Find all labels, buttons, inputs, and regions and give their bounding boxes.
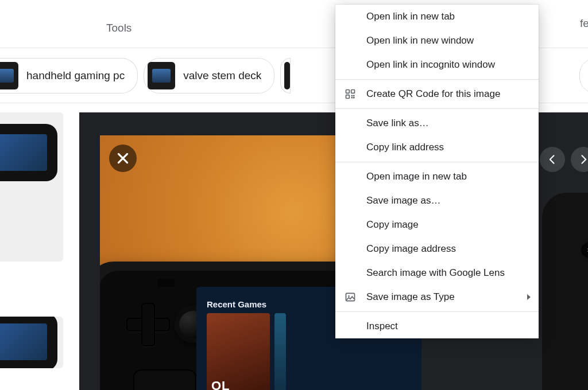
tools-button[interactable]: Tools: [106, 22, 131, 34]
chip-thumbnail: [148, 62, 175, 89]
chevron-left-icon: [547, 154, 558, 165]
tile-title: OL: [211, 379, 230, 390]
menu-item-label: Save image as…: [366, 195, 440, 206]
chip-gaming-console[interactable]: g console: [579, 58, 588, 93]
svg-rect-1: [351, 90, 355, 93]
game-tile: OL ON: [207, 313, 270, 390]
trackpad: [133, 369, 196, 390]
menu-item-label: Search image with Google Lens: [366, 267, 505, 279]
context-menu[interactable]: Open link in new tabOpen link in new win…: [335, 5, 539, 338]
menu-item[interactable]: Open image in new tab: [335, 165, 539, 189]
menu-item[interactable]: Save link as…: [335, 111, 539, 135]
menu-separator: [335, 311, 539, 312]
submenu-arrow-icon: [527, 294, 531, 300]
svg-rect-4: [353, 97, 355, 99]
button-x: X: [581, 243, 588, 258]
svg-rect-2: [346, 95, 350, 99]
menu-item-label: Copy image: [366, 219, 419, 231]
menu-separator: [335, 108, 539, 109]
menu-separator: [335, 79, 539, 80]
menu-item-label: Open link in incognito window: [366, 59, 495, 71]
chip-label: valve stem deck: [183, 69, 261, 82]
chip-partial[interactable]: [280, 58, 291, 93]
chip-thumbnail: [284, 62, 290, 89]
results-column: [0, 112, 63, 390]
menu-item-label: Open link in new window: [366, 35, 474, 46]
screen-header: Recent Games: [207, 299, 266, 309]
svg-rect-5: [351, 97, 353, 99]
safesearch-toggle[interactable]: feSearch: [580, 17, 588, 30]
dpad: [126, 303, 170, 346]
menu-item-label: Save link as…: [366, 118, 429, 129]
svg-rect-3: [351, 95, 353, 97]
menu-item[interactable]: Save image as Type: [335, 285, 539, 309]
menu-item-label: Save image as Type: [366, 291, 455, 303]
menu-item[interactable]: Search image with Google Lens: [335, 261, 539, 285]
menu-item[interactable]: Save image as…: [335, 189, 539, 213]
close-icon: [115, 151, 130, 166]
next-image-button[interactable]: [571, 147, 588, 172]
chip-label: handheld gaming pc: [26, 69, 125, 82]
result-thumbnail[interactable]: [0, 317, 63, 368]
svg-point-8: [348, 295, 350, 297]
chip-thumbnail: [0, 62, 18, 89]
close-viewer-button[interactable]: [109, 145, 137, 172]
menu-item[interactable]: Open link in incognito window: [335, 53, 539, 77]
chip-handheld-gaming-pc[interactable]: handheld gaming pc: [0, 58, 138, 93]
menu-item-label: Open image in new tab: [366, 171, 467, 182]
thumbnail-device: [0, 124, 57, 181]
menu-item-label: Open link in new tab: [366, 11, 455, 22]
svg-rect-6: [353, 95, 355, 97]
options-button: [157, 279, 175, 287]
menu-item[interactable]: Inspect: [335, 314, 539, 338]
game-tile: [274, 313, 286, 390]
chip-valve-stem-deck[interactable]: valve stem deck: [144, 58, 274, 93]
abxy-buttons: Y X B A: [581, 227, 588, 273]
menu-item-label: Inspect: [366, 321, 398, 332]
menu-item-label: Copy link address: [366, 142, 444, 153]
menu-item[interactable]: Open link in new window: [335, 29, 539, 53]
menu-item[interactable]: Copy image address: [335, 237, 539, 261]
qr-icon: [345, 88, 356, 100]
chevron-right-icon: [578, 154, 588, 165]
thumbnail-device: [0, 317, 57, 368]
image-icon: [345, 291, 356, 303]
menu-item[interactable]: Open link in new tab: [335, 5, 539, 29]
menu-item[interactable]: Copy link address: [335, 135, 539, 159]
menu-item[interactable]: Copy image: [335, 213, 539, 237]
menu-item-label: Copy image address: [366, 243, 456, 255]
previous-image-button[interactable]: [540, 147, 565, 172]
result-thumbnail[interactable]: [0, 112, 63, 262]
menu-item-label: Create QR Code for this image: [366, 88, 500, 100]
menu-separator: [335, 162, 539, 162]
svg-rect-0: [346, 90, 350, 93]
viewer-right-device: Y X B A: [542, 193, 588, 390]
menu-item[interactable]: Create QR Code for this image: [335, 82, 539, 106]
